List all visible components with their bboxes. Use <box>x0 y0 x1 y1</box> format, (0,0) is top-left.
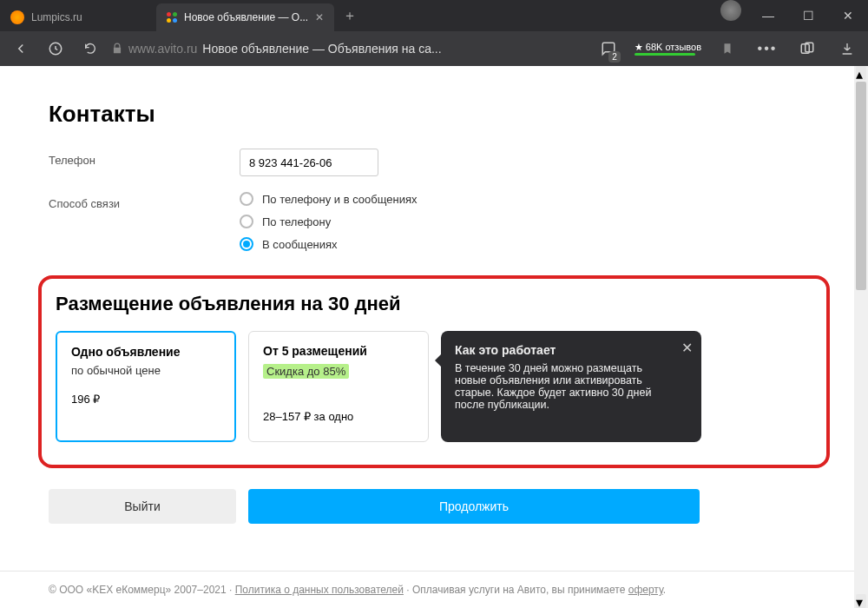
back-button[interactable] <box>7 35 35 63</box>
cards-row: Одно объявление по обычной цене 196 ₽ От… <box>56 331 812 442</box>
radio-option-phone[interactable]: По телефону <box>240 215 819 228</box>
radio-label: В сообщениях <box>262 238 338 251</box>
field-label: Телефон <box>49 149 240 167</box>
close-button[interactable]: ✕ <box>828 0 868 31</box>
page-content: Контакты Телефон Способ связи По телефон… <box>0 66 868 524</box>
browser-toolbar: www.avito.ru Новое объявление — Объявлен… <box>0 31 868 66</box>
card-sub: Скидка до 85% <box>263 364 349 379</box>
radio-option-phone-messages[interactable]: По телефону и в сообщениях <box>240 192 819 206</box>
page-footer: © ООО «KEX еКоммерц» 2007–2021 · Политик… <box>0 571 854 608</box>
tab-icon <box>167 12 177 23</box>
window-controls: — ☐ ✕ <box>720 0 868 31</box>
radio-icon <box>240 237 253 251</box>
field-phone: Телефон <box>49 149 819 176</box>
radio-icon <box>240 215 253 228</box>
card-single[interactable]: Одно объявление по обычной цене 196 ₽ <box>56 331 236 442</box>
menu-button[interactable]: ••• <box>753 35 781 63</box>
tooltip-title: Как это работает <box>455 343 670 357</box>
footer-mid: Оплачивая услуги на Авито, вы принимаете <box>412 584 625 596</box>
page-viewport: ▴ ▾ Контакты Телефон Способ связи По тел… <box>0 66 868 608</box>
tab-label: Новое объявление — О... <box>184 11 308 23</box>
footer-offer-link[interactable]: оферту <box>628 584 663 596</box>
radio-icon <box>240 192 253 206</box>
scroll-thumb[interactable] <box>856 82 866 290</box>
reload-button[interactable] <box>76 35 104 63</box>
phone-input[interactable] <box>240 149 378 176</box>
footer-policy-link[interactable]: Политика о данных пользователей <box>235 584 404 596</box>
footer-company: © ООО «KEX еКоммерц» 2007–2021 <box>49 584 227 596</box>
extension-label: ★ 68K отзывов <box>635 42 701 53</box>
url-bar[interactable]: www.avito.ru Новое объявление — Объявлен… <box>111 42 442 56</box>
minimize-button[interactable]: — <box>748 0 788 31</box>
card-price: 28–157 ₽ за одно <box>263 410 414 423</box>
field-contact-method: Способ связи По телефону и в сообщениях … <box>49 192 819 260</box>
bookmark-button[interactable] <box>713 35 741 63</box>
tab-label: Lumpics.ru <box>31 11 82 23</box>
field-label: Способ связи <box>49 192 240 210</box>
radio-label: По телефону и в сообщениях <box>262 193 418 206</box>
radio-option-messages[interactable]: В сообщениях <box>240 237 819 251</box>
continue-button[interactable]: Продолжить <box>248 489 700 524</box>
maximize-button[interactable]: ☐ <box>788 0 828 31</box>
extension-bar <box>635 53 695 56</box>
radio-label: По телефону <box>262 215 331 228</box>
close-icon[interactable]: ✕ <box>315 11 324 23</box>
exit-button[interactable]: Выйти <box>49 489 236 524</box>
tab-inactive[interactable]: Lumpics.ru <box>0 3 156 31</box>
extensions-button[interactable] <box>793 35 821 63</box>
card-title: От 5 размещений <box>263 344 414 358</box>
tab-icon <box>10 10 24 24</box>
close-icon[interactable]: ✕ <box>681 340 693 356</box>
scroll-thumb[interactable]: ▴ <box>856 66 866 80</box>
card-price: 196 ₽ <box>71 393 220 406</box>
card-title: Одно объявление <box>71 345 220 359</box>
yandex-button[interactable] <box>42 35 69 63</box>
url-domain: www.avito.ru <box>128 42 197 56</box>
extension-reviews[interactable]: ★ 68K отзывов <box>635 42 701 56</box>
card-bulk[interactable]: От 5 размещений Скидка до 85% 28–157 ₽ з… <box>248 331 429 442</box>
msg-badge: 2 <box>608 51 621 63</box>
downloads-button[interactable] <box>833 35 861 63</box>
scroll-thumb[interactable]: ▾ <box>856 594 866 608</box>
card-sub: по обычной цене <box>71 364 220 377</box>
lock-icon <box>111 43 123 55</box>
buttons-row: Выйти Продолжить <box>49 489 819 524</box>
scrollbar[interactable]: ▴ ▾ <box>854 66 868 608</box>
new-tab-button[interactable]: ＋ <box>338 3 362 28</box>
tooltip-how-it-works: ✕ Как это работает В течение 30 дней мож… <box>441 331 701 442</box>
toolbar-right: 2 ★ 68K отзывов ••• <box>595 35 861 63</box>
page-title: Контакты <box>49 101 819 128</box>
section-title: Размещение объявления на 30 дней <box>56 293 812 315</box>
browser-titlebar: Lumpics.ru Новое объявление — О... ✕ ＋ —… <box>0 0 868 31</box>
url-title: Новое объявление — Объявления на са... <box>202 42 441 56</box>
tooltip-body: В течение 30 дней можно размещать новые … <box>455 362 670 411</box>
messages-button[interactable]: 2 <box>595 35 622 63</box>
tab-active[interactable]: Новое объявление — О... ✕ <box>156 3 334 31</box>
avatar[interactable] <box>720 0 741 21</box>
placement-section: Размещение объявления на 30 дней Одно об… <box>38 275 830 468</box>
